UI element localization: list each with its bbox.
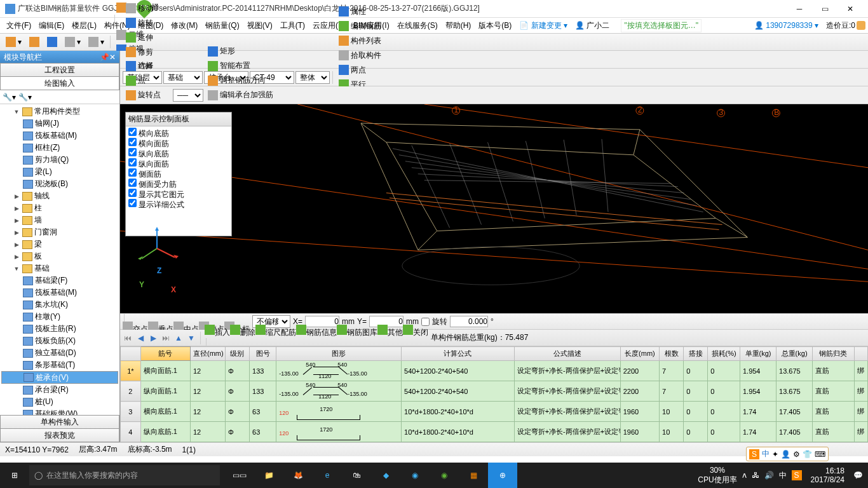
tree-node[interactable]: 条形基础(T): [1, 359, 118, 371]
tree-node[interactable]: 墙: [1, 214, 118, 226]
tool-延伸[interactable]: 延伸: [123, 30, 172, 45]
rebar-table[interactable]: 筋号直径(mm)级别图号图形计算公式公式描述长度(mm)根数搭接损耗(%)单重(…: [120, 346, 868, 442]
tree-node[interactable]: 独立基础(D): [1, 347, 118, 359]
tab-single-input[interactable]: 单构件输入: [0, 415, 119, 429]
expand-icon[interactable]: [13, 108, 20, 116]
tree-node[interactable]: 筏板主筋(R): [1, 323, 118, 335]
open-file-icon[interactable]: [26, 35, 43, 49]
nav-prev-icon[interactable]: ◀: [135, 334, 146, 342]
tree-node[interactable]: 框柱(Z): [1, 142, 118, 154]
tray-ime-icon[interactable]: 中: [779, 470, 787, 481]
data-插入[interactable]: 插入: [205, 328, 230, 337]
col-header[interactable]: [854, 347, 867, 361]
tool-智能布置[interactable]: 智能布置: [205, 58, 276, 73]
tree-node[interactable]: 桩(U): [1, 396, 118, 408]
col-header[interactable]: 总重(kg): [776, 347, 813, 361]
col-header[interactable]: 长度(mm): [620, 347, 659, 361]
data-关闭[interactable]: 关闭: [403, 328, 428, 337]
tree-node[interactable]: 现浇板(B): [1, 178, 118, 190]
rebar-check[interactable]: 显示其它图元: [128, 189, 229, 199]
tray-up-icon[interactable]: ʌ: [742, 471, 747, 480]
sogou-icon[interactable]: S: [749, 449, 759, 459]
expand-icon[interactable]: [13, 265, 20, 273]
menu-item[interactable]: 钢筋量(Q): [201, 20, 243, 31]
expand-icon[interactable]: [13, 229, 20, 236]
tb-app1-icon[interactable]: ◆: [371, 463, 400, 488]
table-row[interactable]: 4纵向底筋.112Φ63120172010*d+1800-2*40+10*d设定…: [121, 422, 868, 442]
redo-icon[interactable]: ▾: [85, 35, 107, 49]
nav-last-icon[interactable]: ⏭: [161, 334, 171, 342]
data-缩尺配筋[interactable]: 缩尺配筋: [255, 328, 296, 337]
rebar-check[interactable]: 纵向底筋: [128, 148, 229, 158]
taskbar-clock[interactable]: 16:182017/8/24: [807, 466, 848, 484]
scope-select[interactable]: 整体: [295, 71, 330, 84]
tb-edge-icon[interactable]: e: [313, 463, 342, 488]
close-button[interactable]: ✕: [837, 4, 863, 13]
menu-item[interactable]: 在线服务(S): [393, 20, 442, 31]
col-header[interactable]: 图形: [276, 347, 402, 361]
tree-node[interactable]: 筏板负筋(X): [1, 335, 118, 347]
data-删除[interactable]: 删除: [230, 328, 255, 337]
tree-tool1-icon[interactable]: 🔧▾: [3, 93, 16, 102]
tb-folder-icon[interactable]: 📁: [254, 463, 283, 488]
tab-draw-input[interactable]: 绘图输入: [0, 76, 119, 90]
menu-item[interactable]: 文件(F): [3, 20, 35, 31]
col-header[interactable]: 搭接: [684, 347, 708, 361]
task-view-icon[interactable]: ▭▭: [225, 463, 254, 488]
tool-修剪[interactable]: 修剪: [123, 45, 172, 60]
taskbar-search[interactable]: ◯ 在这里输入你要搜索的内容: [29, 465, 220, 485]
tree-node[interactable]: 门窗洞: [1, 226, 118, 238]
tool-属性[interactable]: 属性: [336, 4, 384, 19]
col-header[interactable]: 图号: [250, 347, 276, 361]
tool-旋转点[interactable]: 旋转点: [123, 88, 172, 102]
col-header[interactable]: 级别: [225, 347, 249, 361]
col-header[interactable]: [121, 347, 141, 361]
col-header[interactable]: 损耗(%): [708, 347, 740, 361]
tb-app5-icon[interactable]: ⊕: [488, 463, 517, 488]
rebar-check[interactable]: 显示详细公式: [128, 199, 229, 209]
tb-store-icon[interactable]: 🛍: [342, 463, 371, 488]
nav-next-icon[interactable]: ▶: [148, 334, 158, 342]
col-header[interactable]: 单重(kg): [740, 347, 776, 361]
pin-icon[interactable]: 📌: [100, 53, 109, 62]
col-header[interactable]: 根数: [660, 347, 684, 361]
tool-编辑钢筋[interactable]: 编辑钢筋: [336, 19, 384, 34]
expand-icon[interactable]: [13, 205, 20, 212]
rotate-input[interactable]: [450, 316, 488, 327]
rebar-check[interactable]: 横向底筋: [128, 128, 229, 138]
tray-sogou-icon[interactable]: S: [792, 470, 802, 480]
rebar-display-panel[interactable]: 钢筋显示控制面板 横向底筋横向面筋纵向底筋纵向面筋侧面筋侧面受力筋显示其它图元显…: [125, 112, 232, 236]
tree-node[interactable]: 基础梁(F): [1, 274, 118, 287]
sidebar-close-icon[interactable]: ✕: [109, 53, 116, 62]
account-number[interactable]: 👤 13907298339 ▾: [754, 21, 818, 30]
tree-node[interactable]: 梁(L): [1, 166, 118, 178]
tree-node[interactable]: 桩承台(V): [1, 371, 118, 384]
tree-tool2-icon[interactable]: 🔧▾: [18, 93, 32, 102]
minimize-button[interactable]: ─: [787, 4, 812, 13]
tab-project-settings[interactable]: 工程设置: [0, 63, 119, 77]
tree-node[interactable]: 轴网(J): [1, 118, 118, 130]
tree-node[interactable]: 承台梁(R): [1, 384, 118, 396]
menu-assist[interactable]: 👤 广小二: [571, 19, 613, 32]
tree-node[interactable]: 基础: [1, 262, 118, 274]
expand-icon[interactable]: [13, 217, 20, 224]
nav-down-icon[interactable]: ▼: [186, 334, 196, 342]
tree-node[interactable]: 梁: [1, 238, 118, 250]
menu-item[interactable]: 视图(V): [243, 20, 276, 31]
tool-构件列表[interactable]: 构件列表: [336, 34, 384, 48]
tab-report-preview[interactable]: 报表预览: [0, 428, 119, 442]
save-icon[interactable]: [44, 35, 60, 49]
tb-app2-icon[interactable]: ◉: [400, 463, 430, 488]
tool-拾取构件[interactable]: 拾取构件: [336, 48, 384, 63]
start-button[interactable]: ⊞: [0, 463, 29, 488]
tool-移动[interactable]: 移动: [123, 1, 172, 16]
rebar-check[interactable]: 横向面筋: [128, 138, 229, 148]
expand-icon[interactable]: [13, 241, 20, 248]
tray-net-icon[interactable]: 🖧: [752, 471, 759, 480]
tree-node[interactable]: 筏板基础(M): [1, 287, 118, 299]
tool-选择[interactable]: 选择: [123, 58, 172, 73]
tree-node[interactable]: 轴线: [1, 190, 118, 202]
tree-node[interactable]: 常用构件类型: [1, 105, 118, 118]
table-row[interactable]: 3横向底筋.112Φ63120172010*d+1800-2*40+10*d设定…: [121, 402, 868, 422]
data-其他[interactable]: 其他: [377, 328, 403, 337]
